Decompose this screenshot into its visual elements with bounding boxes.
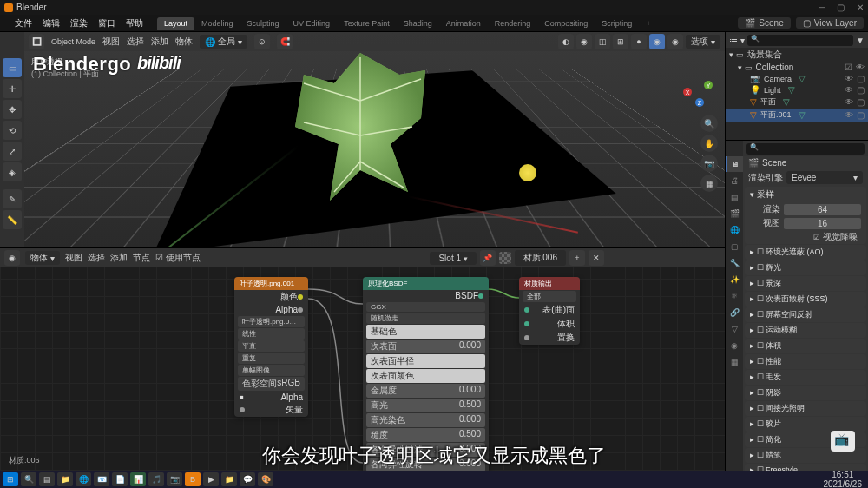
new-material-icon[interactable]: + <box>569 250 585 266</box>
render-tab[interactable]: 🖥 <box>726 156 743 172</box>
menu-file[interactable]: 文件 <box>10 17 37 30</box>
app-icon[interactable]: 📁 <box>221 472 237 486</box>
object-tab[interactable]: ▢ <box>726 239 743 254</box>
constraint-tab[interactable]: 🔗 <box>726 305 743 320</box>
select-tool[interactable]: ▭ <box>3 58 22 77</box>
bsdf-param[interactable]: 基础色 <box>366 325 485 339</box>
options-dropdown[interactable]: 选项▾ <box>686 35 720 49</box>
image-texture-node[interactable]: 叶子透明.png.001 颜色 Alpha 叶子透明.png.0… 线性 平直 … <box>234 277 308 417</box>
outliner-item[interactable]: 💡 Light ▽👁▢ <box>726 84 868 96</box>
vector-socket[interactable] <box>240 407 245 412</box>
property-panel-header[interactable]: ▸ ☐ 运动模糊 <box>745 323 866 338</box>
node-menu[interactable]: 选择 <box>88 252 105 264</box>
workspace-tab[interactable]: UV Editing <box>286 17 338 30</box>
gizmo-toggle-icon[interactable]: ◐ <box>558 34 574 49</box>
target-field[interactable]: 全部 <box>523 291 576 302</box>
property-panel-header[interactable]: ▸ ☐ 环境光遮蔽 (AO) <box>745 245 866 260</box>
property-panel-header[interactable]: ▸ ☐ 景深 <box>745 276 866 291</box>
minimize-icon[interactable]: ─ <box>819 3 825 12</box>
xray-icon[interactable]: ◫ <box>595 34 610 49</box>
texture-tab[interactable]: ▦ <box>726 354 743 370</box>
windows-taskbar[interactable]: ⊞ 🔍 ▤ 📁 🌐 📧 📄 📊 🎵 📷 B ▶ 📁 💬 🎨 16:512021/… <box>0 471 868 488</box>
property-panel-header[interactable]: ▸ ☐ 体积 <box>745 339 866 353</box>
transform-tool[interactable]: ◈ <box>3 162 22 181</box>
display-mode-icon[interactable]: ▾ <box>740 36 745 45</box>
property-panel-header[interactable]: ▸ ☐ 屏幕空间反射 <box>745 307 866 322</box>
properties-search[interactable]: 🔍 <box>746 143 865 155</box>
world-tab[interactable]: 🌐 <box>726 222 743 238</box>
menu-render[interactable]: 渲染 <box>65 17 93 30</box>
workspace-tab[interactable]: Texture Paint <box>337 17 397 30</box>
explorer-icon[interactable]: 📁 <box>57 472 73 486</box>
property-panel-header[interactable]: ▸ ☐ 毛发 <box>745 370 866 385</box>
shading-solid-icon[interactable]: ● <box>631 34 647 49</box>
editor-type-icon[interactable]: 🔳 <box>29 34 44 49</box>
viewlayer-tab[interactable]: ▤ <box>726 189 743 205</box>
cursor-tool[interactable]: ✛ <box>3 79 22 98</box>
modifier-tab[interactable]: 🔧 <box>726 255 743 271</box>
scene-tab[interactable]: 🎬 <box>726 206 743 221</box>
proj-field[interactable]: 平直 <box>238 340 305 352</box>
scene-breadcrumb[interactable]: Scene <box>762 158 786 168</box>
physics-tab[interactable]: ⚛ <box>726 288 743 304</box>
task-view-icon[interactable]: ▤ <box>39 472 55 486</box>
shading-wire-icon[interactable]: ⊞ <box>613 34 628 49</box>
render-engine-select[interactable]: Eevee ▾ <box>786 171 863 184</box>
colorspace-field[interactable]: 色彩空间sRGB <box>238 377 305 391</box>
camera-view-icon[interactable]: 📷 <box>700 155 718 172</box>
render-samples[interactable]: 64 <box>784 204 861 215</box>
search-icon[interactable]: 🔍 <box>21 472 36 486</box>
viewport-menu[interactable]: 物体 <box>175 36 193 48</box>
use-nodes-checkbox[interactable]: ☑ 使用节点 <box>155 252 201 264</box>
displacement-socket[interactable] <box>524 335 529 340</box>
source-field[interactable]: 单幅图像 <box>238 365 305 376</box>
app-icon[interactable]: ▶ <box>203 472 219 486</box>
property-panel-header[interactable]: ▸ ☐ 胶片 <box>745 417 866 432</box>
material-tab[interactable]: ◉ <box>726 338 743 353</box>
pin-icon[interactable]: 📌 <box>480 250 496 266</box>
add-workspace[interactable]: + <box>639 17 657 30</box>
menu-help[interactable]: 帮助 <box>121 17 148 30</box>
material-slot[interactable]: Slot 1 ▾ <box>430 252 476 265</box>
sampling-panel-header[interactable]: ▾ 采样 <box>745 187 866 202</box>
node-title[interactable]: 叶子透明.png.001 <box>234 277 308 290</box>
workspace-tab[interactable]: Rendering <box>488 17 538 30</box>
workspace-tab[interactable]: Shading <box>397 17 439 30</box>
viewport-menu[interactable]: 添加 <box>151 36 168 48</box>
bsdf-param[interactable]: 高光染色0.000 <box>366 413 485 427</box>
property-panel-header[interactable]: ▸ ☐ 间接光照明 <box>745 401 866 416</box>
perspective-toggle-icon[interactable]: ▦ <box>700 175 718 192</box>
volume-socket[interactable] <box>524 321 529 326</box>
outliner-search[interactable]: 🔍 <box>747 35 853 46</box>
interp-field[interactable]: 线性 <box>238 328 305 340</box>
workspace-tab[interactable]: Compositing <box>537 17 595 30</box>
menu-edit[interactable]: 编辑 <box>37 17 65 30</box>
shading-material-icon[interactable]: ◉ <box>649 34 665 49</box>
collection-row[interactable]: ▾ ▭ Collection☑👁 <box>726 62 868 73</box>
viewport-menu[interactable]: 选择 <box>127 36 144 48</box>
outliner-item[interactable]: 📷 Camera ▽👁▢ <box>726 73 868 84</box>
outliner-item[interactable]: ▽ 平面 ▽👁▢ <box>726 96 868 109</box>
bsdf-param[interactable]: 次表面0.000 <box>366 340 485 353</box>
particle-tab[interactable]: ✨ <box>726 272 743 287</box>
property-panel-header[interactable]: ▸ ☐ 辉光 <box>745 260 866 275</box>
app-icon[interactable]: 🎵 <box>148 472 164 486</box>
pivot-icon[interactable]: ⊙ <box>254 34 270 49</box>
unlink-icon[interactable]: ✕ <box>589 250 604 266</box>
edge-icon[interactable]: 🌐 <box>76 472 91 486</box>
workspace-tab[interactable]: Modeling <box>194 17 240 30</box>
scene-selector[interactable]: 🎬Scene <box>738 17 790 29</box>
property-panel-header[interactable]: ▸ ☐ 次表面散射 (SSS) <box>745 292 866 307</box>
maximize-icon[interactable]: ▢ <box>837 3 845 12</box>
node-title[interactable]: 材质输出 <box>519 277 580 290</box>
viewport-3d[interactable]: ▭ ✛ ✥ ⟲ ⤢ ◈ ✎ 📏 🔳 Object Mode 视图 选择 添加 物… <box>0 32 725 247</box>
denoise-checkbox[interactable]: ☑ 视觉降噪 <box>745 230 866 244</box>
app-icon[interactable]: 📷 <box>167 472 182 486</box>
app-icon[interactable]: 📧 <box>94 472 109 486</box>
mode-label[interactable]: Object Mode <box>51 37 95 46</box>
scale-tool[interactable]: ⤢ <box>3 142 22 161</box>
close-icon[interactable]: ✕ <box>857 3 864 12</box>
bsdf-param[interactable]: 糙度0.500 <box>366 428 485 442</box>
move-tool[interactable]: ✥ <box>3 100 22 119</box>
workspace-tab[interactable]: Animation <box>439 17 488 30</box>
